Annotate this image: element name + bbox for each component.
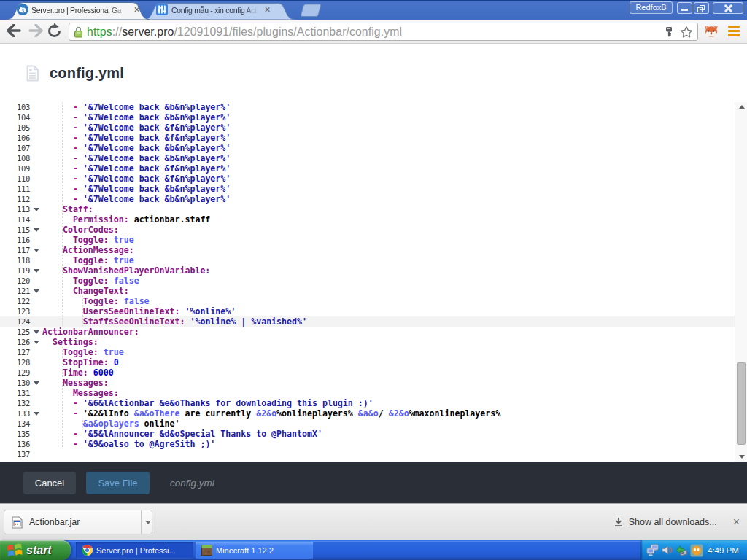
code-line[interactable]: 121 ChangeText: bbox=[0, 286, 735, 296]
volume-tray-icon[interactable] bbox=[661, 544, 673, 556]
line-number: 127 bbox=[0, 347, 30, 357]
code-line[interactable]: 110 - '&7Welcome back &f&n%player%' bbox=[0, 174, 735, 184]
line-number: 105 bbox=[0, 122, 30, 133]
code-line[interactable]: 123 UsersSeeOnlineText: '%online%' bbox=[0, 306, 735, 316]
code-line[interactable]: 118 Toggle: true bbox=[0, 255, 735, 265]
download-item[interactable]: Actionbar.jar bbox=[4, 510, 152, 534]
tab-close-icon[interactable]: × bbox=[262, 4, 273, 15]
tab-close-icon[interactable]: × bbox=[131, 4, 142, 15]
start-button[interactable]: start bbox=[0, 540, 71, 560]
line-number: 123 bbox=[0, 306, 30, 316]
fold-arrow-icon[interactable] bbox=[34, 381, 39, 385]
scrollbar-up-arrow[interactable] bbox=[735, 102, 747, 112]
fold-arrow-icon[interactable] bbox=[34, 289, 39, 293]
menu-hamburger-icon[interactable] bbox=[728, 26, 740, 36]
line-number: 130 bbox=[0, 378, 30, 388]
taskbar-item-minecraft[interactable]: Minecraft 1.12.2 bbox=[196, 542, 313, 559]
code-line[interactable]: 119 ShowVanishedPlayerOnVariable: bbox=[0, 265, 735, 276]
code-line[interactable]: 105 - '&7Welcome back &f&n%player%' bbox=[0, 122, 735, 133]
line-number: 114 bbox=[0, 214, 30, 225]
line-number: 132 bbox=[0, 398, 30, 408]
fold-arrow-icon[interactable] bbox=[34, 228, 39, 232]
line-number: 136 bbox=[0, 439, 30, 449]
code-line[interactable]: 104 - '&7Welcome back &b&n%player%' bbox=[0, 112, 735, 122]
editor-footer-bar: Cancel Save File config.yml bbox=[0, 462, 747, 503]
fold-arrow-icon[interactable] bbox=[34, 330, 39, 334]
code-line[interactable]: 107 - '&7Welcome back &b&n%player%' bbox=[0, 143, 735, 153]
code-line[interactable]: 109 - '&7Welcome back &f&n%player%' bbox=[0, 163, 735, 174]
fold-arrow-icon[interactable] bbox=[34, 269, 39, 273]
code-line[interactable]: 112 - '&7Welcome back &b&n%player%' bbox=[0, 194, 735, 204]
editor-scrollbar[interactable] bbox=[735, 102, 747, 462]
code-line[interactable]: 106 - '&7Welcome back &f&n%player%' bbox=[0, 133, 735, 143]
code-line[interactable]: 117 ActionMessage: bbox=[0, 245, 735, 255]
line-number: 120 bbox=[0, 276, 30, 286]
red-panda-extension-icon[interactable] bbox=[704, 25, 719, 38]
save-file-button[interactable]: Save File bbox=[86, 472, 150, 494]
browser-toolbar: https://server.pro/12091091/files/plugin… bbox=[0, 20, 747, 44]
code-line[interactable]: 125ActionbarAnnouncer: bbox=[0, 327, 735, 337]
new-tab-button bbox=[301, 4, 320, 17]
cancel-button[interactable]: Cancel bbox=[23, 472, 76, 494]
code-line[interactable]: 134 &a&oplayers online' bbox=[0, 419, 735, 429]
fold-arrow-icon[interactable] bbox=[34, 412, 39, 416]
code-line[interactable]: 126 Settings: bbox=[0, 337, 735, 347]
tab-title-active[interactable]: Server.pro | Professional Ga bbox=[31, 5, 129, 15]
code-line[interactable]: 127 Toggle: true bbox=[0, 347, 735, 357]
url-text[interactable]: https://server.pro/12091091/files/plugin… bbox=[87, 26, 402, 39]
download-dropdown-caret-icon[interactable] bbox=[145, 521, 151, 524]
orange-app-tray-icon[interactable] bbox=[690, 544, 703, 557]
network-tray-icon[interactable] bbox=[646, 544, 659, 556]
code-line[interactable]: 108 - '&7Welcome back &b&n%player%' bbox=[0, 153, 735, 163]
code-line[interactable]: 135 - '&5&lAnnouncer &d&oSpecial Thanks … bbox=[0, 429, 735, 439]
code-line[interactable]: 114 Permission: actionbar.staff bbox=[0, 214, 735, 225]
code-editor[interactable]: 103 - '&7Welcome back &b&n%player%'104 -… bbox=[0, 102, 735, 462]
window-restore-button[interactable] bbox=[694, 2, 709, 14]
code-line[interactable]: 113 Staff: bbox=[0, 204, 735, 214]
line-number: 116 bbox=[0, 235, 30, 245]
window-minimize-button[interactable] bbox=[677, 2, 692, 14]
fold-arrow-icon[interactable] bbox=[34, 341, 39, 344]
url-host: server.pro bbox=[122, 26, 174, 38]
code-line[interactable]: 122 Toggle: false bbox=[0, 296, 735, 306]
fold-arrow-icon[interactable] bbox=[34, 208, 39, 211]
password-key-icon[interactable] bbox=[665, 26, 673, 37]
back-icon[interactable] bbox=[6, 24, 22, 37]
https-lock-icon[interactable] bbox=[74, 26, 83, 38]
code-line[interactable]: 120 Toggle: false bbox=[0, 276, 735, 286]
tab-title-inactive[interactable]: Config mẫu - xin config Actio bbox=[171, 5, 260, 15]
taskbar-item-server-pro[interactable]: Server.pro | Professi... bbox=[76, 542, 193, 559]
code-line[interactable]: 129 Time: 6000 bbox=[0, 368, 735, 378]
reload-icon[interactable] bbox=[47, 23, 62, 39]
code-line[interactable]: 115 ColorCodes: bbox=[0, 225, 735, 235]
code-line[interactable]: 132 - '&6&lActionbar &e&oThanks for down… bbox=[0, 398, 735, 408]
show-all-downloads-link[interactable]: Show all downloads... bbox=[629, 517, 717, 527]
code-line[interactable]: 103 - '&7Welcome back &b&n%player%' bbox=[0, 102, 735, 112]
code-line[interactable]: 136 - '&9&oalso to @AgreSith ;)' bbox=[0, 439, 735, 449]
code-line[interactable]: 124 StaffsSeeOnlineText: '%online% | %va… bbox=[0, 316, 735, 327]
windows-flag-icon bbox=[6, 542, 23, 559]
profile-name-badge[interactable]: RedfoxB bbox=[630, 1, 673, 14]
download-shelf: Actionbar.jar Show all downloads... × bbox=[0, 503, 747, 540]
omnibox-address-bar[interactable]: https://server.pro/12091091/files/plugin… bbox=[69, 23, 698, 41]
code-line[interactable]: 128 StopTime: 0 bbox=[0, 357, 735, 368]
scrollbar-down-arrow[interactable] bbox=[735, 451, 747, 462]
code-line[interactable]: 111 - '&7Welcome back &b&n%player%' bbox=[0, 184, 735, 194]
scrollbar-thumb[interactable] bbox=[737, 362, 746, 445]
window-close-button[interactable] bbox=[713, 2, 743, 14]
file-title: config.yml bbox=[50, 64, 124, 82]
safely-remove-hardware-icon[interactable] bbox=[676, 544, 688, 556]
forward-icon[interactable] bbox=[28, 24, 44, 37]
bookmark-star-icon[interactable] bbox=[680, 26, 693, 39]
fold-arrow-icon[interactable] bbox=[34, 249, 39, 252]
code-line[interactable]: 133 - '&2&lInfo &a&oThere are currently … bbox=[0, 408, 735, 419]
code-line[interactable]: 137 bbox=[0, 449, 735, 459]
taskbar-item-label: Server.pro | Professi... bbox=[96, 546, 176, 555]
shelf-close-icon[interactable]: × bbox=[733, 517, 740, 527]
code-line[interactable]: 116 Toggle: true bbox=[0, 235, 735, 245]
line-number: 126 bbox=[0, 337, 30, 347]
line-number: 112 bbox=[0, 194, 30, 204]
download-filename[interactable]: Actionbar.jar bbox=[29, 517, 80, 527]
code-line[interactable]: 131 Messages: bbox=[0, 388, 735, 398]
code-line[interactable]: 130 Messages: bbox=[0, 378, 735, 388]
